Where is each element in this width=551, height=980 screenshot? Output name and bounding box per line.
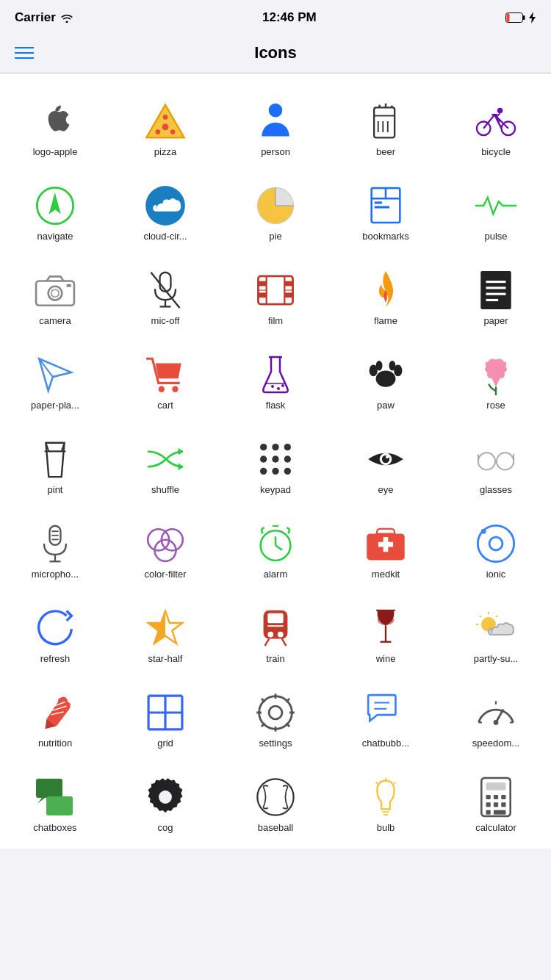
icon-cell-pint[interactable]: pint — [0, 419, 110, 503]
icon-cell-partly-sunny[interactable]: partly-su... — [441, 588, 551, 672]
svg-line-141 — [375, 782, 377, 784]
svg-point-77 — [478, 453, 495, 470]
chatbubbles-icon — [365, 692, 406, 733]
svg-line-105 — [282, 639, 287, 646]
svg-point-78 — [497, 453, 514, 470]
svg-point-17 — [497, 108, 503, 113]
icon-cell-speedometer[interactable]: speedom... — [441, 672, 551, 757]
icon-cell-medkit[interactable]: medkit — [331, 503, 441, 588]
icon-cell-chatboxes[interactable]: chatboxes — [0, 757, 110, 841]
rose-icon — [475, 354, 516, 395]
svg-point-59 — [376, 371, 396, 387]
alarm-icon — [255, 523, 296, 564]
svg-rect-28 — [375, 206, 389, 209]
svg-rect-144 — [486, 783, 506, 790]
icon-cell-person[interactable]: person — [220, 81, 331, 165]
icon-cell-microphone[interactable]: micropho... — [0, 503, 110, 588]
calculator-label: calculator — [475, 822, 516, 834]
icon-cell-paper[interactable]: paper — [441, 250, 551, 334]
icon-cell-logo-apple[interactable]: logo-apple — [0, 81, 110, 165]
svg-rect-152 — [494, 810, 506, 815]
camera-icon — [35, 270, 76, 311]
svg-rect-41 — [258, 293, 266, 298]
svg-line-142 — [395, 782, 396, 784]
mic-off-icon — [145, 270, 186, 311]
icon-cell-alarm[interactable]: alarm — [220, 503, 331, 588]
pie-icon — [255, 185, 296, 226]
settings-label: settings — [259, 738, 292, 749]
icon-cell-beer[interactable]: beer — [331, 81, 441, 165]
cloud-circle-icon — [145, 185, 186, 226]
svg-line-93 — [276, 546, 282, 550]
shuffle-label: shuffle — [151, 484, 179, 496]
svg-point-76 — [386, 455, 389, 458]
wine-label: wine — [376, 653, 396, 665]
icon-cell-mic-off[interactable]: mic-off — [110, 250, 220, 334]
paper-plane-label: paper-pla... — [31, 400, 79, 411]
svg-point-63 — [389, 361, 395, 370]
svg-point-53 — [159, 386, 165, 392]
svg-point-73 — [284, 468, 291, 475]
icon-cell-settings[interactable]: settings — [220, 672, 331, 757]
icon-cell-film[interactable]: film — [220, 250, 331, 334]
svg-point-132 — [494, 720, 499, 725]
icon-cell-chatbubbles[interactable]: chatbubb... — [331, 672, 441, 757]
icon-cell-pie[interactable]: pie — [220, 165, 331, 250]
svg-rect-133 — [36, 779, 62, 798]
svg-rect-150 — [501, 803, 505, 807]
svg-line-111 — [496, 616, 497, 617]
svg-line-51 — [53, 372, 71, 377]
icon-cell-cart[interactable]: cart — [110, 334, 220, 419]
baseball-label: baseball — [258, 822, 293, 834]
icon-cell-bookmarks[interactable]: bookmarks — [331, 165, 441, 250]
svg-point-135 — [159, 790, 172, 804]
svg-rect-32 — [67, 284, 71, 287]
icon-cell-cog[interactable]: cog — [110, 757, 220, 841]
icon-cell-camera[interactable]: camera — [0, 250, 110, 334]
icon-cell-calculator[interactable]: calculator — [441, 757, 551, 841]
icon-cell-color-filter[interactable]: color-filter — [110, 503, 220, 588]
icon-cell-star-half[interactable]: star-half — [110, 588, 220, 672]
icon-cell-flask[interactable]: flask — [220, 334, 331, 419]
svg-rect-134 — [46, 796, 73, 815]
icon-cell-pulse[interactable]: pulse — [441, 165, 551, 250]
svg-point-65 — [260, 444, 267, 450]
menu-line-3 — [15, 57, 34, 59]
page-title: Icons — [254, 43, 296, 62]
icon-cell-eye[interactable]: eye — [331, 419, 441, 503]
wifi-icon — [60, 12, 73, 23]
icon-cell-bulb[interactable]: bulb — [331, 757, 441, 841]
icon-cell-pizza[interactable]: pizza — [110, 81, 220, 165]
chatboxes-icon — [35, 777, 76, 818]
svg-point-71 — [260, 468, 267, 475]
icon-cell-bicycle[interactable]: bicycle — [441, 81, 551, 165]
svg-rect-46 — [480, 271, 511, 309]
icon-cell-baseball[interactable]: baseball — [220, 757, 331, 841]
paw-icon — [365, 354, 406, 395]
icon-cell-ionic[interactable]: ionic — [441, 503, 551, 588]
icon-cell-flame[interactable]: flame — [331, 250, 441, 334]
icon-cell-paw[interactable]: paw — [331, 334, 441, 419]
icon-cell-shuffle[interactable]: shuffle — [110, 419, 220, 503]
icon-cell-glasses[interactable]: glasses — [441, 419, 551, 503]
icon-cell-cloud-circle[interactable]: cloud-cir... — [110, 165, 220, 250]
icon-cell-keypad[interactable]: keypad — [220, 419, 331, 503]
icon-cell-rose[interactable]: rose — [441, 334, 551, 419]
icon-cell-navigate[interactable]: navigate — [0, 165, 110, 250]
menu-button[interactable] — [15, 47, 34, 59]
paper-plane-icon — [35, 354, 76, 395]
logo-apple-label: logo-apple — [33, 146, 78, 158]
icon-cell-grid[interactable]: grid — [110, 672, 220, 757]
medkit-label: medkit — [372, 569, 400, 580]
icon-cell-train[interactable]: train — [220, 588, 331, 672]
icon-cell-refresh[interactable]: refresh — [0, 588, 110, 672]
icon-cell-paper-plane[interactable]: paper-pla... — [0, 334, 110, 419]
icon-cell-nutrition[interactable]: nutrition — [0, 672, 110, 757]
paw-label: paw — [377, 400, 395, 411]
keypad-icon — [255, 439, 296, 480]
alarm-label: alarm — [264, 569, 288, 580]
svg-point-97 — [489, 537, 503, 550]
baseball-icon — [255, 777, 296, 818]
icon-cell-wine[interactable]: wine — [331, 588, 441, 672]
time-display: 12:46 PM — [262, 10, 317, 25]
